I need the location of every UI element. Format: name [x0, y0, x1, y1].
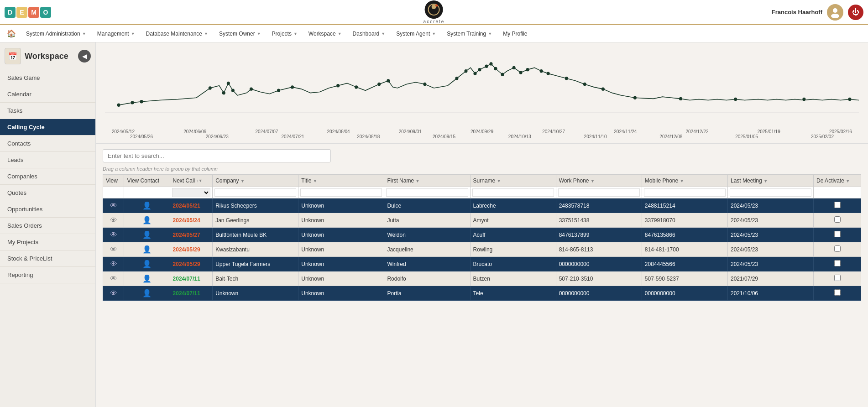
sidebar-item-opportunities[interactable]: Opportunities	[0, 201, 95, 218]
cell-work-phone: 8476137899	[556, 228, 642, 242]
svg-point-33	[540, 69, 543, 73]
back-button[interactable]: ◀	[78, 50, 91, 63]
cell-deactivate	[814, 271, 861, 286]
deactivate-checkbox[interactable]	[834, 202, 841, 208]
cell-view: 👁	[103, 213, 124, 228]
user-avatar[interactable]	[827, 4, 843, 21]
eye-icon[interactable]: 👁	[110, 245, 117, 253]
sidebar-item-my-projects[interactable]: My Projects	[0, 234, 95, 250]
menu-dashboard[interactable]: Dashboard ▼	[347, 28, 391, 40]
filter-icon[interactable]: ▼	[763, 178, 768, 183]
company-filter-input[interactable]	[214, 188, 296, 197]
sidebar-item-tasks[interactable]: Tasks	[0, 103, 95, 119]
contact-icon[interactable]: 👤	[142, 202, 152, 209]
cell-view: 👁	[103, 257, 124, 271]
filter-icon[interactable]: ▼	[680, 178, 684, 183]
cell-view-contact: 👤	[124, 228, 170, 242]
menu-database-maintenance[interactable]: Database Maintenance ▼	[141, 28, 214, 40]
deactivate-checkbox[interactable]	[834, 275, 841, 281]
deactivate-checkbox[interactable]	[834, 289, 841, 296]
cell-title: Unknown	[298, 213, 384, 228]
sidebar-item-reporting[interactable]: Reporting	[0, 267, 95, 283]
svg-point-9	[140, 100, 143, 103]
filter-icon[interactable]: ▼	[415, 178, 420, 183]
contact-icon[interactable]: 👤	[142, 289, 152, 297]
filter-icon[interactable]: ▼	[846, 178, 850, 183]
filter-first-name	[384, 187, 470, 198]
svg-point-18	[355, 85, 358, 89]
menu-system-agent[interactable]: System Agent ▼	[391, 28, 441, 40]
data-table: View View Contact Next Call ↑▼ Company ▼…	[103, 174, 861, 301]
workphone-filter-input[interactable]	[558, 188, 640, 197]
title-filter-input[interactable]	[300, 188, 382, 197]
cell-first-name: Jutta	[384, 213, 470, 228]
sidebar-item-calling-cycle[interactable]: Calling Cycle	[0, 119, 95, 136]
eye-icon[interactable]: 👁	[110, 260, 117, 268]
sidebar-item-leads[interactable]: Leads	[0, 152, 95, 168]
svg-point-26	[485, 64, 488, 68]
contact-icon[interactable]: 👤	[142, 231, 152, 239]
cell-title: Unknown	[298, 257, 384, 271]
chart-date-9: 2024/12/22	[686, 129, 709, 134]
demo-d: D	[5, 7, 16, 18]
cell-view: 👁	[103, 228, 124, 242]
cell-surname: Acuff	[470, 228, 556, 242]
menu-projects[interactable]: Projects ▼	[267, 28, 303, 40]
filter-icon[interactable]: ▼	[497, 178, 501, 183]
sidebar-item-contacts[interactable]: Contacts	[0, 136, 95, 152]
menu-system-training[interactable]: System Training ▼	[441, 28, 497, 40]
contact-icon[interactable]: 👤	[142, 260, 152, 268]
search-input[interactable]	[103, 149, 331, 162]
sidebar-item-quotes[interactable]: Quotes	[0, 185, 95, 201]
filter-icon[interactable]: ▼	[313, 178, 318, 183]
cell-surname: Tele	[470, 286, 556, 301]
menu-management[interactable]: Management ▼	[92, 28, 141, 40]
menu-workspace[interactable]: Workspace ▼	[303, 28, 347, 40]
sort-icon[interactable]: ↑▼	[196, 178, 202, 183]
eye-icon[interactable]: 👁	[110, 216, 117, 224]
menu-arrow: ▼	[338, 31, 342, 36]
chart-date-7: 2024/10/27	[542, 129, 565, 134]
menu-system-administration[interactable]: System Administration ▼	[21, 28, 92, 40]
sidebar-item-sales-orders[interactable]: Sales Orders	[0, 218, 95, 234]
sidebar-icon: 📅	[5, 48, 21, 64]
menu-my-profile[interactable]: My Profile	[497, 28, 533, 40]
contact-icon[interactable]: 👤	[142, 245, 152, 253]
eye-icon[interactable]: 👁	[110, 289, 117, 297]
surname-filter-input[interactable]	[472, 188, 554, 197]
eye-icon[interactable]: 👁	[110, 231, 117, 239]
lastmeeting-filter-input[interactable]	[730, 188, 811, 197]
sidebar-item-calendar[interactable]: Calendar	[0, 86, 95, 103]
sidebar-item-sales-game[interactable]: Sales Game	[0, 70, 95, 86]
cell-deactivate	[814, 198, 861, 213]
home-button[interactable]: 🏠	[2, 26, 21, 41]
svg-point-25	[478, 68, 481, 71]
demo-badge: D E M O	[5, 7, 51, 18]
contact-icon[interactable]: 👤	[142, 275, 152, 282]
logo-text: accrete	[424, 19, 445, 24]
cell-view: 👁	[103, 286, 124, 301]
chart-date-5: 2024/09/01	[399, 129, 422, 134]
deactivate-checkbox[interactable]	[834, 245, 841, 252]
menu-system-owner[interactable]: System Owner ▼	[214, 28, 267, 40]
eye-icon[interactable]: 👁	[110, 275, 117, 282]
deactivate-checkbox[interactable]	[834, 216, 841, 223]
filter-icon[interactable]: ▼	[591, 178, 595, 183]
filter-view-contact	[124, 187, 170, 198]
cell-first-name: Jacqueline	[384, 242, 470, 257]
next-call-filter-select[interactable]	[172, 188, 211, 197]
cell-view-contact: 👤	[124, 213, 170, 228]
mobilephone-filter-input[interactable]	[644, 188, 726, 197]
svg-point-15	[277, 89, 280, 92]
sidebar-item-stock-pricelist[interactable]: Stock & PriceList	[0, 250, 95, 267]
firstname-filter-input[interactable]	[386, 188, 468, 197]
sidebar-item-companies[interactable]: Companies	[0, 168, 95, 185]
cell-first-name: Winfred	[384, 257, 470, 271]
eye-icon[interactable]: 👁	[110, 202, 117, 209]
power-button[interactable]: ⏻	[848, 5, 863, 20]
contact-icon[interactable]: 👤	[142, 216, 152, 224]
deactivate-checkbox[interactable]	[834, 231, 841, 237]
chart-date-b10: 2025/02/02	[811, 134, 834, 139]
filter-icon[interactable]: ▼	[240, 178, 245, 183]
deactivate-checkbox[interactable]	[834, 260, 841, 266]
